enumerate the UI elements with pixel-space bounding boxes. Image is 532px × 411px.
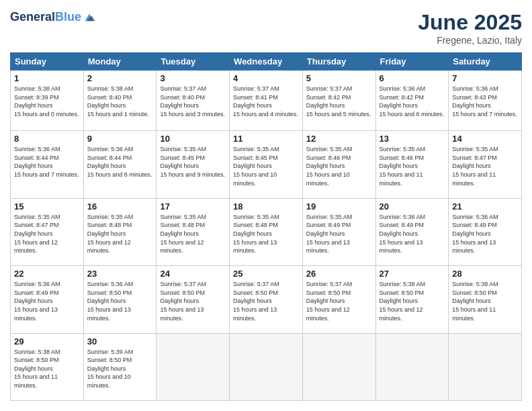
- day-info: Sunrise: 5:38 AM Sunset: 8:39 PM Dayligh…: [14, 85, 80, 118]
- day-header-friday: Friday: [375, 53, 449, 71]
- day-number: 25: [233, 269, 299, 279]
- day-number: 22: [14, 269, 80, 279]
- week-row-4: 29 Sunrise: 5:38 AM Sunset: 8:50 PM Dayl…: [11, 333, 522, 400]
- day-info: Sunrise: 5:38 AM Sunset: 8:40 PM Dayligh…: [87, 85, 153, 118]
- calendar-cell: [449, 333, 522, 400]
- calendar-cell: [302, 333, 375, 400]
- calendar-cell: 5 Sunrise: 5:37 AM Sunset: 8:42 PM Dayli…: [302, 71, 375, 131]
- day-number: 30: [87, 336, 153, 347]
- day-number: 13: [380, 134, 445, 144]
- day-info: Sunrise: 5:37 AM Sunset: 8:50 PM Dayligh…: [160, 280, 226, 322]
- calendar-cell: 19 Sunrise: 5:35 AM Sunset: 8:49 PM Dayl…: [302, 198, 375, 265]
- logo-icon: [83, 11, 96, 24]
- calendar-cell: 10 Sunrise: 5:35 AM Sunset: 8:45 PM Dayl…: [157, 131, 230, 198]
- day-number: 18: [233, 201, 299, 212]
- day-number: 20: [380, 201, 445, 212]
- day-header-sunday: Sunday: [11, 53, 84, 71]
- day-info: Sunrise: 5:37 AM Sunset: 8:41 PM Dayligh…: [233, 85, 299, 118]
- title-block: June 2025 Fregene, Lazio, Italy: [418, 10, 522, 46]
- day-number: 27: [380, 269, 445, 279]
- logo: GeneralBlue: [10, 10, 96, 24]
- day-header-saturday: Saturday: [449, 53, 522, 71]
- day-info: Sunrise: 5:37 AM Sunset: 8:40 PM Dayligh…: [160, 85, 226, 118]
- calendar-cell: 2 Sunrise: 5:38 AM Sunset: 8:40 PM Dayli…: [83, 71, 157, 131]
- day-number: 17: [160, 201, 226, 212]
- calendar-cell: 20 Sunrise: 5:36 AM Sunset: 8:49 PM Dayl…: [375, 198, 449, 265]
- week-row-0: 1 Sunrise: 5:38 AM Sunset: 8:39 PM Dayli…: [11, 71, 522, 131]
- day-header-monday: Monday: [83, 53, 157, 71]
- day-number: 21: [452, 201, 518, 212]
- day-number: 4: [233, 73, 299, 83]
- day-info: Sunrise: 5:35 AM Sunset: 8:47 PM Dayligh…: [14, 213, 80, 255]
- day-info: Sunrise: 5:38 AM Sunset: 8:50 PM Dayligh…: [452, 280, 518, 322]
- day-info: Sunrise: 5:36 AM Sunset: 8:44 PM Dayligh…: [14, 145, 80, 179]
- day-number: 7: [452, 73, 518, 83]
- day-number: 16: [87, 201, 153, 212]
- calendar-cell: 11 Sunrise: 5:35 AM Sunset: 8:45 PM Dayl…: [230, 131, 303, 198]
- day-info: Sunrise: 5:35 AM Sunset: 8:48 PM Dayligh…: [233, 213, 299, 255]
- calendar-table: SundayMondayTuesdayWednesdayThursdayFrid…: [10, 52, 522, 401]
- calendar-cell: [230, 333, 303, 400]
- day-info: Sunrise: 5:38 AM Sunset: 8:50 PM Dayligh…: [380, 280, 445, 322]
- header: GeneralBlue June 2025 Fregene, Lazio, It…: [10, 10, 522, 46]
- calendar-cell: 29 Sunrise: 5:38 AM Sunset: 8:50 PM Dayl…: [11, 333, 84, 400]
- day-info: Sunrise: 5:35 AM Sunset: 8:48 PM Dayligh…: [87, 213, 153, 255]
- calendar-cell: 28 Sunrise: 5:38 AM Sunset: 8:50 PM Dayl…: [449, 266, 522, 333]
- day-info: Sunrise: 5:35 AM Sunset: 8:47 PM Dayligh…: [452, 145, 518, 187]
- day-info: Sunrise: 5:36 AM Sunset: 8:44 PM Dayligh…: [87, 145, 153, 179]
- calendar-cell: 3 Sunrise: 5:37 AM Sunset: 8:40 PM Dayli…: [157, 71, 230, 131]
- day-info: Sunrise: 5:36 AM Sunset: 8:49 PM Dayligh…: [14, 280, 80, 322]
- day-number: 3: [160, 73, 226, 83]
- day-number: 6: [380, 73, 445, 83]
- calendar-cell: 21 Sunrise: 5:36 AM Sunset: 8:49 PM Dayl…: [449, 198, 522, 265]
- day-info: Sunrise: 5:36 AM Sunset: 8:50 PM Dayligh…: [87, 280, 153, 322]
- main-title: June 2025: [418, 10, 522, 35]
- day-number: 2: [87, 73, 153, 83]
- calendar-cell: 22 Sunrise: 5:36 AM Sunset: 8:49 PM Dayl…: [11, 266, 84, 333]
- calendar-cell: 23 Sunrise: 5:36 AM Sunset: 8:50 PM Dayl…: [83, 266, 157, 333]
- calendar-cell: 30 Sunrise: 5:39 AM Sunset: 8:50 PM Dayl…: [83, 333, 157, 400]
- calendar-cell: [375, 333, 449, 400]
- day-info: Sunrise: 5:36 AM Sunset: 8:49 PM Dayligh…: [380, 213, 445, 255]
- day-number: 15: [14, 201, 80, 212]
- day-info: Sunrise: 5:37 AM Sunset: 8:50 PM Dayligh…: [306, 280, 372, 322]
- calendar-cell: 18 Sunrise: 5:35 AM Sunset: 8:48 PM Dayl…: [230, 198, 303, 265]
- calendar-cell: 27 Sunrise: 5:38 AM Sunset: 8:50 PM Dayl…: [375, 266, 449, 333]
- calendar-cell: 17 Sunrise: 5:35 AM Sunset: 8:48 PM Dayl…: [157, 198, 230, 265]
- day-header-wednesday: Wednesday: [230, 53, 303, 71]
- day-number: 23: [87, 269, 153, 279]
- day-info: Sunrise: 5:35 AM Sunset: 8:45 PM Dayligh…: [233, 145, 299, 187]
- day-info: Sunrise: 5:35 AM Sunset: 8:45 PM Dayligh…: [160, 145, 226, 179]
- day-number: 19: [306, 201, 372, 212]
- calendar-cell: 14 Sunrise: 5:35 AM Sunset: 8:47 PM Dayl…: [449, 131, 522, 198]
- calendar-cell: 13 Sunrise: 5:35 AM Sunset: 8:46 PM Dayl…: [375, 131, 449, 198]
- day-number: 26: [306, 269, 372, 279]
- day-number: 9: [87, 134, 153, 144]
- day-header-tuesday: Tuesday: [157, 53, 230, 71]
- calendar-cell: 16 Sunrise: 5:35 AM Sunset: 8:48 PM Dayl…: [83, 198, 157, 265]
- day-number: 10: [160, 134, 226, 144]
- day-info: Sunrise: 5:35 AM Sunset: 8:46 PM Dayligh…: [306, 145, 372, 187]
- day-info: Sunrise: 5:35 AM Sunset: 8:46 PM Dayligh…: [380, 145, 445, 187]
- calendar-cell: [157, 333, 230, 400]
- calendar-cell: 26 Sunrise: 5:37 AM Sunset: 8:50 PM Dayl…: [302, 266, 375, 333]
- day-number: 24: [160, 269, 226, 279]
- calendar-cell: 4 Sunrise: 5:37 AM Sunset: 8:41 PM Dayli…: [230, 71, 303, 131]
- day-number: 8: [14, 134, 80, 144]
- calendar-cell: 8 Sunrise: 5:36 AM Sunset: 8:44 PM Dayli…: [11, 131, 84, 198]
- day-info: Sunrise: 5:37 AM Sunset: 8:42 PM Dayligh…: [306, 85, 372, 118]
- day-number: 1: [14, 73, 80, 83]
- day-header-thursday: Thursday: [302, 53, 375, 71]
- week-row-2: 15 Sunrise: 5:35 AM Sunset: 8:47 PM Dayl…: [11, 198, 522, 265]
- day-info: Sunrise: 5:36 AM Sunset: 8:42 PM Dayligh…: [380, 85, 445, 118]
- day-info: Sunrise: 5:35 AM Sunset: 8:49 PM Dayligh…: [306, 213, 372, 255]
- calendar-cell: 9 Sunrise: 5:36 AM Sunset: 8:44 PM Dayli…: [83, 131, 157, 198]
- day-number: 11: [233, 134, 299, 144]
- logo-text: GeneralBlue: [10, 10, 81, 24]
- day-number: 5: [306, 73, 372, 83]
- calendar-cell: 25 Sunrise: 5:37 AM Sunset: 8:50 PM Dayl…: [230, 266, 303, 333]
- calendar-cell: 1 Sunrise: 5:38 AM Sunset: 8:39 PM Dayli…: [11, 71, 84, 131]
- calendar-cell: 12 Sunrise: 5:35 AM Sunset: 8:46 PM Dayl…: [302, 131, 375, 198]
- subtitle: Fregene, Lazio, Italy: [418, 35, 522, 46]
- week-row-1: 8 Sunrise: 5:36 AM Sunset: 8:44 PM Dayli…: [11, 131, 522, 198]
